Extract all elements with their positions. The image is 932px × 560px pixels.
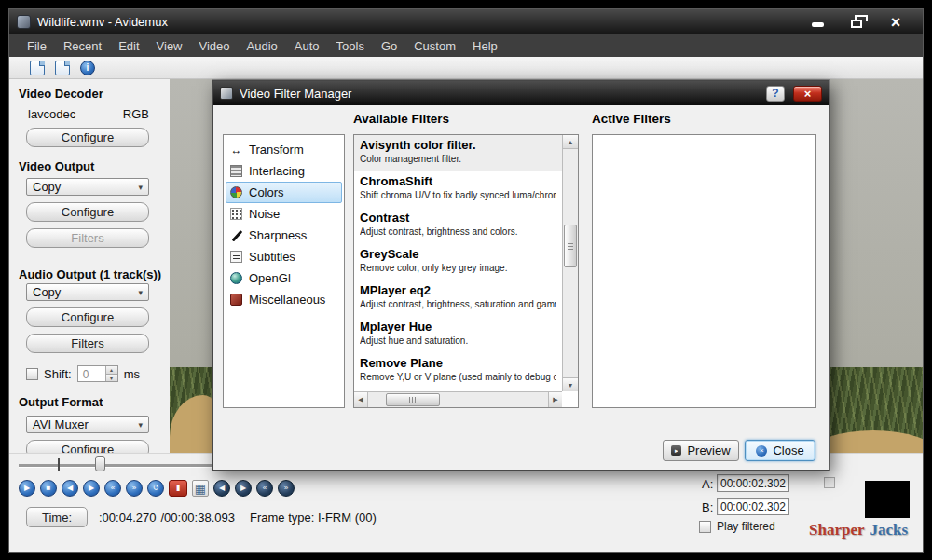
- vertical-scrollbar[interactable]: ▲ ▼: [562, 135, 578, 391]
- nav-end-button[interactable]: »: [278, 480, 295, 497]
- menu-go[interactable]: Go: [373, 36, 405, 56]
- audio-output-select[interactable]: Copy ▾: [26, 283, 149, 301]
- menu-auto[interactable]: Auto: [286, 36, 328, 56]
- stop-button[interactable]: ■: [40, 480, 57, 497]
- subtitles-icon: [230, 251, 242, 263]
- time-button[interactable]: Time:: [26, 507, 88, 527]
- dialog-app-icon: [220, 87, 233, 100]
- video-output-select[interactable]: Copy ▾: [26, 178, 149, 196]
- menu-view[interactable]: View: [148, 36, 191, 56]
- filter-item[interactable]: MPlayer eq2 Adjust contrast, brightness,…: [354, 280, 562, 317]
- scroll-up-icon[interactable]: ▲: [563, 135, 578, 149]
- nav-back-button[interactable]: ◀: [213, 480, 230, 497]
- maximize-button[interactable]: [844, 14, 869, 31]
- nav-forward-button[interactable]: ▶: [235, 480, 252, 497]
- dialog-titlebar[interactable]: Video Filter Manager ? ×: [213, 81, 829, 105]
- filter-item[interactable]: Mplayer Hue Adjust hue and saturation.: [354, 317, 562, 353]
- category-subtitles[interactable]: Subtitles: [226, 246, 342, 267]
- play-filtered-checkbox[interactable]: [699, 521, 711, 533]
- play-button[interactable]: ▶: [19, 480, 35, 497]
- category-miscellaneous[interactable]: Miscellaneous: [226, 289, 342, 310]
- close-button[interactable]: ×: [884, 14, 908, 31]
- sharpness-icon: [230, 229, 242, 241]
- video-filters-button[interactable]: Filters: [26, 228, 149, 248]
- nav-start-button[interactable]: «: [256, 480, 273, 497]
- previous-frame-button[interactable]: ◀: [62, 480, 78, 497]
- filter-item[interactable]: Contrast Adjust contrast, brightness and…: [354, 208, 562, 244]
- spinner-up-icon[interactable]: ▴: [105, 366, 117, 374]
- scroll-right-icon[interactable]: ▶: [548, 392, 562, 407]
- total-duration: /00:00:38.093: [160, 511, 235, 525]
- seek-handle[interactable]: [95, 456, 105, 471]
- menu-recent[interactable]: Recent: [55, 36, 110, 56]
- spinner-down-icon[interactable]: ▾: [105, 374, 117, 382]
- category-colors[interactable]: Colors: [226, 182, 342, 203]
- seek-marker: [58, 458, 60, 471]
- shift-checkbox[interactable]: [26, 368, 38, 380]
- menu-edit[interactable]: Edit: [110, 36, 147, 56]
- available-filters-heading: Available Filters: [353, 112, 449, 126]
- vertical-scroll-thumb[interactable]: [564, 225, 577, 267]
- scroll-left-icon[interactable]: ◀: [354, 392, 368, 407]
- category-opengl[interactable]: OpenGl: [226, 267, 342, 289]
- transport-controls: ▶ ■ ◀ ▶ « » ↺ ▮ ▦ ◀ ▶ « »: [19, 480, 295, 497]
- codec-name: lavcodec: [28, 107, 75, 121]
- filter-item[interactable]: Remove Plane Remove Y,U or V plane (used…: [354, 353, 562, 389]
- window-controls: ×: [805, 14, 915, 31]
- shift-unit: ms: [124, 367, 140, 381]
- time-display: :00:04.270 /00:00:38.093: [99, 511, 235, 525]
- previous-keyframe-button[interactable]: «: [104, 480, 121, 497]
- loop-button[interactable]: ↺: [147, 480, 164, 497]
- minimize-button[interactable]: [805, 14, 829, 31]
- menu-file[interactable]: File: [19, 36, 55, 56]
- category-sharpness[interactable]: Sharpness: [226, 225, 342, 246]
- scroll-down-icon[interactable]: ▼: [563, 377, 578, 391]
- open-file-icon[interactable]: [30, 61, 45, 75]
- dialog-close-button[interactable]: ×: [793, 86, 822, 102]
- audio-output-configure-button[interactable]: Configure: [26, 307, 149, 327]
- video-output-configure-button[interactable]: Configure: [26, 202, 149, 222]
- dialog-close-action-button[interactable]: × Close: [745, 440, 816, 461]
- menubar: File Recent Edit View Video Audio Auto T…: [9, 34, 923, 57]
- titlebar[interactable]: Wildlife.wmv - Avidemux ×: [9, 9, 923, 34]
- filter-item[interactable]: ChromaShift Shift chroma U/V to fix badl…: [354, 171, 562, 208]
- menu-audio[interactable]: Audio: [239, 36, 286, 56]
- interlacing-icon: [230, 165, 242, 177]
- category-interlacing[interactable]: Interlacing: [226, 160, 342, 182]
- save-file-icon[interactable]: [55, 61, 70, 75]
- info-icon[interactable]: i: [80, 61, 95, 75]
- video-decoder-configure-button[interactable]: Configure: [26, 128, 149, 147]
- category-noise[interactable]: Noise: [226, 203, 342, 225]
- horizontal-scrollbar[interactable]: ◀ ▶: [354, 391, 562, 407]
- filter-item[interactable]: Avisynth color filter. Color management …: [354, 135, 562, 171]
- frame-table-button[interactable]: ▦: [192, 480, 209, 497]
- output-format-configure-button[interactable]: Configure: [26, 440, 149, 453]
- shift-spinner[interactable]: 0 ▴ ▾: [77, 365, 118, 382]
- side-widget-icon[interactable]: [824, 477, 835, 488]
- available-filters-list: Avisynth color filter. Color management …: [353, 134, 579, 408]
- watermark: SharperJacks: [809, 521, 908, 540]
- next-keyframe-button[interactable]: »: [126, 480, 143, 497]
- output-format-select[interactable]: AVI Muxer ▾: [26, 416, 149, 433]
- menu-tools[interactable]: Tools: [328, 36, 373, 56]
- filter-item[interactable]: GreyScale Remove color, only key grey im…: [354, 244, 562, 280]
- next-frame-button[interactable]: ▶: [83, 480, 100, 497]
- sidebar: Video Decoder lavcodec RGB Configure Vid…: [9, 79, 170, 453]
- category-transform[interactable]: ↔ Transform: [226, 139, 342, 160]
- preview-button[interactable]: ▸ Preview: [663, 440, 739, 461]
- active-filters-list[interactable]: [592, 134, 816, 408]
- audio-output-heading: Audio Output (1 track(s)): [19, 267, 170, 281]
- toolbar: i: [9, 57, 923, 79]
- marker-button[interactable]: ▮: [169, 480, 187, 497]
- marker-a-value: 00:00:02.302: [717, 474, 789, 492]
- audio-filters-button[interactable]: Filters: [26, 334, 149, 353]
- dialog-help-button[interactable]: ?: [766, 86, 785, 102]
- menu-video[interactable]: Video: [191, 36, 239, 56]
- window-title: Wildlife.wmv - Avidemux: [37, 15, 168, 29]
- menu-help[interactable]: Help: [464, 36, 506, 56]
- horizontal-scroll-thumb[interactable]: [386, 393, 440, 406]
- menu-custom[interactable]: Custom: [405, 36, 464, 56]
- current-time: :00:04.270: [99, 511, 156, 525]
- chevron-down-icon: ▾: [138, 183, 143, 192]
- transform-icon: ↔: [230, 143, 242, 156]
